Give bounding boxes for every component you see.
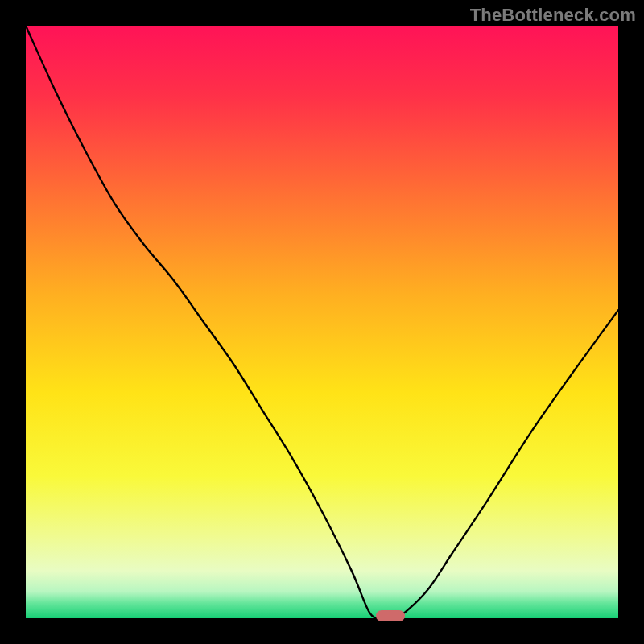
optimal-marker bbox=[376, 610, 405, 621]
svg-rect-0 bbox=[26, 26, 618, 618]
watermark-text: TheBottleneck.com bbox=[470, 5, 636, 26]
background-gradient bbox=[26, 26, 618, 618]
chart-frame: TheBottleneck.com bbox=[0, 0, 644, 644]
plot-area bbox=[26, 26, 618, 618]
